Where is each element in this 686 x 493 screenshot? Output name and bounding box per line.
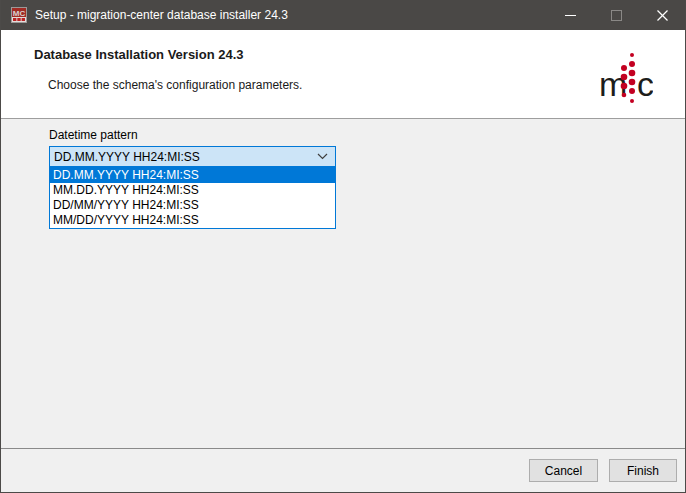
dropdown-option[interactable]: MM/DD/YYYY HH24:MI:SS [50, 213, 335, 228]
close-button[interactable] [639, 0, 685, 30]
datetime-pattern-combobox[interactable]: DD.MM.YYYY HH24:MI:SS [49, 146, 336, 167]
datetime-pattern-dropdown: DD.MM.YYYY HH24:MI:SS MM.DD.YYYY HH24:MI… [49, 167, 336, 229]
minimize-icon [565, 15, 576, 16]
window-title: Setup - migration-center database instal… [35, 8, 288, 22]
combobox-value: DD.MM.YYYY HH24:MI:SS [50, 150, 317, 164]
datetime-pattern-label: Datetime pattern [49, 128, 138, 142]
dropdown-option[interactable]: DD.MM.YYYY HH24:MI:SS [50, 168, 335, 183]
window-controls [547, 0, 685, 30]
finish-button[interactable]: Finish [609, 459, 677, 482]
app-icon: MC [11, 7, 27, 23]
svg-text:MC: MC [13, 9, 26, 18]
wizard-header: Database Installation Version 24.3 Choos… [1, 30, 685, 119]
maximize-button [593, 0, 639, 30]
page-subtitle: Choose the schema's configuration parame… [48, 78, 302, 92]
migration-center-logo: m c [597, 48, 653, 114]
page-title: Database Installation Version 24.3 [34, 47, 244, 62]
main-panel: Datetime pattern DD.MM.YYYY HH24:MI:SS D… [1, 120, 685, 448]
titlebar[interactable]: MC Setup - migration-center database ins… [1, 0, 685, 30]
footer-bar: Cancel Finish [1, 448, 685, 493]
close-icon [657, 10, 668, 21]
svg-text:c: c [637, 65, 653, 103]
dropdown-option[interactable]: MM.DD.YYYY HH24:MI:SS [50, 183, 335, 198]
maximize-icon [611, 10, 622, 21]
chevron-down-icon [317, 153, 328, 160]
minimize-button[interactable] [547, 0, 593, 30]
dropdown-option[interactable]: DD/MM/YYYY HH24:MI:SS [50, 198, 335, 213]
installer-window: MC Setup - migration-center database ins… [0, 0, 686, 493]
cancel-button[interactable]: Cancel [529, 459, 598, 482]
